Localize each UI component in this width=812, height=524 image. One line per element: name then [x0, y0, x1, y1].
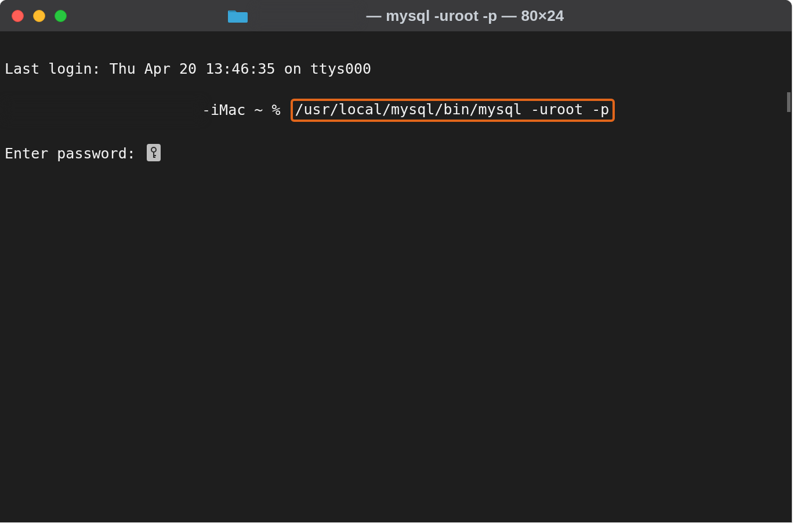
folder-icon: [228, 8, 248, 23]
maximize-button[interactable]: [55, 10, 67, 22]
password-prompt-text: Enter password:: [5, 144, 144, 164]
svg-rect-3: [153, 157, 155, 158]
last-login-line: Last login: Thu Apr 20 13:46:35 on ttys0…: [5, 59, 787, 79]
close-button[interactable]: [12, 10, 24, 22]
minimize-button[interactable]: [33, 10, 45, 22]
svg-rect-2: [153, 155, 156, 156]
command-line: -iMac ~ % /usr/local/mysql/bin/mysql -ur…: [5, 99, 787, 124]
terminal-body[interactable]: Last login: Thu Apr 20 13:46:35 on ttys0…: [0, 31, 792, 227]
key-icon: [147, 144, 161, 161]
titlebar[interactable]: — mysql -uroot -p — 80×24: [0, 0, 792, 31]
window-title-obscured: [253, 6, 361, 25]
text-cursor: [787, 92, 791, 112]
window-title: — mysql -uroot -p — 80×24: [0, 6, 792, 25]
prompt-suffix: -iMac ~ %: [202, 100, 289, 120]
terminal-window: — mysql -uroot -p — 80×24 Last login: Th…: [0, 0, 792, 522]
svg-point-0: [151, 147, 156, 152]
svg-rect-1: [153, 151, 154, 157]
highlighted-command: /usr/local/mysql/bin/mysql -uroot -p: [291, 99, 615, 122]
password-prompt-line: Enter password:: [5, 144, 787, 164]
window-controls: [0, 10, 67, 22]
prompt-user-obscured: [5, 102, 202, 119]
window-title-text: — mysql -uroot -p — 80×24: [367, 7, 564, 25]
